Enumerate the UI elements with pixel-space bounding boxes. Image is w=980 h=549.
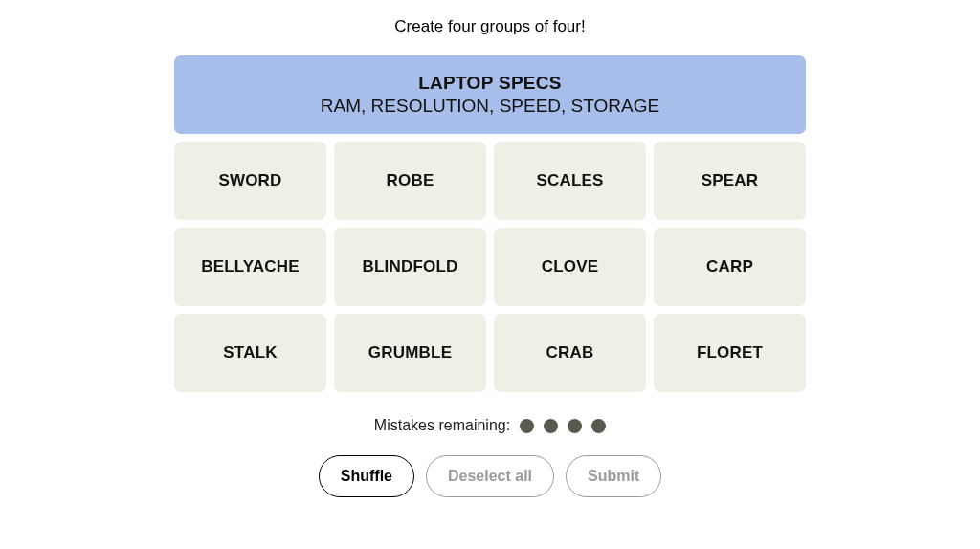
word-tile[interactable]: CARP (654, 228, 806, 306)
mistakes-label: Mistakes remaining: (374, 417, 510, 434)
submit-button[interactable]: Submit (566, 455, 661, 497)
mistakes-container: Mistakes remaining: (374, 417, 606, 434)
word-tile[interactable]: SPEAR (654, 142, 806, 220)
mistake-dot (591, 419, 606, 433)
game-board: LAPTOP SPECS RAM, RESOLUTION, SPEED, STO… (174, 55, 806, 392)
instructions-text: Create four groups of four! (394, 17, 585, 36)
word-tile[interactable]: BELLYACHE (174, 228, 326, 306)
tile-row: BELLYACHE BLINDFOLD CLOVE CARP (174, 228, 806, 306)
solved-category-label: LAPTOP SPECS (418, 73, 562, 94)
mistake-dot (568, 419, 582, 433)
mistake-dot (544, 419, 558, 433)
mistake-dot (520, 419, 534, 433)
word-tile[interactable]: BLINDFOLD (334, 228, 486, 306)
word-tile[interactable]: ROBE (334, 142, 486, 220)
tile-row: SWORD ROBE SCALES SPEAR (174, 142, 806, 220)
controls-row: Shuffle Deselect all Submit (319, 455, 662, 497)
mistakes-dots (520, 419, 606, 433)
deselect-all-button[interactable]: Deselect all (426, 455, 554, 497)
word-tile[interactable]: GRUMBLE (334, 314, 486, 392)
solved-group: LAPTOP SPECS RAM, RESOLUTION, SPEED, STO… (174, 55, 806, 134)
word-tile[interactable]: CLOVE (494, 228, 646, 306)
solved-words-label: RAM, RESOLUTION, SPEED, STORAGE (321, 96, 659, 117)
tile-row: STALK GRUMBLE CRAB FLORET (174, 314, 806, 392)
word-tile[interactable]: CRAB (494, 314, 646, 392)
word-tile[interactable]: SCALES (494, 142, 646, 220)
shuffle-button[interactable]: Shuffle (319, 455, 414, 497)
word-tile[interactable]: SWORD (174, 142, 326, 220)
word-tile[interactable]: FLORET (654, 314, 806, 392)
word-tile[interactable]: STALK (174, 314, 326, 392)
